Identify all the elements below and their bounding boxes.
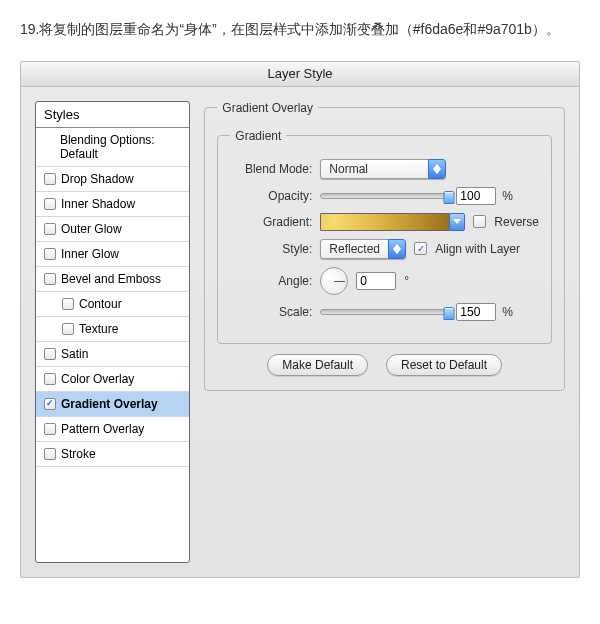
group-legend: Gradient Overlay [217,101,318,115]
row-label: Stroke [61,447,96,461]
checkbox-icon[interactable] [44,173,56,185]
select-arrows-icon [388,239,406,259]
style-item-gradient-overlay[interactable]: ✓Gradient Overlay [36,392,189,417]
gradient-dropdown-icon[interactable] [449,213,465,231]
style-item-texture[interactable]: Texture [36,317,189,342]
styles-header[interactable]: Styles [36,102,189,128]
reverse-label: Reverse [494,215,539,229]
angle-dial[interactable] [320,267,348,295]
scale-slider[interactable] [320,309,450,315]
style-item-contour[interactable]: Contour [36,292,189,317]
styles-list: Styles Blending Options: Default Drop Sh… [35,101,190,563]
instruction-text: 19.将复制的图层重命名为“身体”，在图层样式中添加渐变叠加（#f6da6e和#… [20,16,580,43]
select-arrows-icon [428,159,446,179]
checkbox-icon[interactable] [44,423,56,435]
reset-default-button[interactable]: Reset to Default [386,354,502,376]
gradient-label: Gradient: [230,215,312,229]
blend-mode-value: Normal [320,159,428,179]
checkbox-icon[interactable] [44,348,56,360]
opacity-slider[interactable] [320,193,450,199]
checkbox-icon[interactable] [44,248,56,260]
checkbox-icon[interactable] [44,273,56,285]
row-label: Pattern Overlay [61,422,144,436]
row-label: Inner Glow [61,247,119,261]
style-item-outer-glow[interactable]: Outer Glow [36,217,189,242]
slider-thumb-icon[interactable] [444,191,455,204]
dialog-title: Layer Style [21,62,579,87]
row-label: Outer Glow [61,222,122,236]
style-item-bevel-and-emboss[interactable]: Bevel and Emboss [36,267,189,292]
style-item-satin[interactable]: Satin [36,342,189,367]
row-label: Color Overlay [61,372,134,386]
gradient-swatch[interactable] [320,213,450,231]
row-label: Inner Shadow [61,197,135,211]
slider-thumb-icon[interactable] [444,307,455,320]
style-item-inner-shadow[interactable]: Inner Shadow [36,192,189,217]
scale-input[interactable] [456,303,496,321]
blend-mode-label: Blend Mode: [230,162,312,176]
opacity-label: Opacity: [230,189,312,203]
gradient-group: Gradient Blend Mode: Normal Opacity: [217,129,552,344]
make-default-button[interactable]: Make Default [267,354,368,376]
style-select[interactable]: Reflected [320,239,406,259]
blending-options-row[interactable]: Blending Options: Default [36,128,189,167]
row-label: Blending Options: Default [60,133,181,161]
style-item-color-overlay[interactable]: Color Overlay [36,367,189,392]
style-item-drop-shadow[interactable]: Drop Shadow [36,167,189,192]
checkbox-icon[interactable] [62,298,74,310]
opacity-input[interactable] [456,187,496,205]
gradient-overlay-group: Gradient Overlay Gradient Blend Mode: No… [204,101,565,391]
row-label: Gradient Overlay [61,397,158,411]
checkbox-icon[interactable]: ✓ [44,398,56,410]
blend-mode-select[interactable]: Normal [320,159,446,179]
row-label: Contour [79,297,122,311]
align-checkbox[interactable]: ✓ [414,242,427,255]
percent-label: % [502,189,513,203]
reverse-checkbox[interactable] [473,215,486,228]
percent-label: % [502,305,513,319]
checkbox-icon[interactable] [44,448,56,460]
row-label: Satin [61,347,88,361]
checkbox-icon[interactable] [62,323,74,335]
row-label: Texture [79,322,118,336]
inner-legend: Gradient [230,129,286,143]
svg-marker-2 [453,219,461,224]
style-label: Style: [230,242,312,256]
style-item-pattern-overlay[interactable]: Pattern Overlay [36,417,189,442]
gradient-overlay-panel: Gradient Overlay Gradient Blend Mode: No… [204,101,565,563]
style-value: Reflected [320,239,388,259]
style-item-inner-glow[interactable]: Inner Glow [36,242,189,267]
checkbox-icon[interactable] [44,223,56,235]
row-label: Drop Shadow [61,172,134,186]
align-label: Align with Layer [435,242,520,256]
row-label: Bevel and Emboss [61,272,161,286]
checkbox-icon[interactable] [44,373,56,385]
svg-marker-4 [393,249,401,254]
degree-label: ° [404,274,409,288]
angle-label: Angle: [230,274,312,288]
svg-marker-1 [433,169,441,174]
angle-input[interactable] [356,272,396,290]
checkbox-icon[interactable] [44,198,56,210]
scale-label: Scale: [230,305,312,319]
style-item-stroke[interactable]: Stroke [36,442,189,467]
layer-style-dialog: Layer Style Styles Blending Options: Def… [20,61,580,578]
